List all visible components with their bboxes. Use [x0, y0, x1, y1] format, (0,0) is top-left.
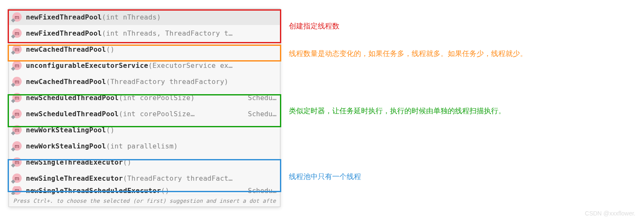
- completion-hint: Press Ctrl+. to choose the selected (or …: [9, 195, 280, 207]
- completion-item[interactable]: mnewFixedThreadPool(int nThreads): [9, 9, 280, 25]
- completion-params: (int parallelism): [106, 142, 178, 150]
- completion-params: (): [123, 158, 131, 166]
- completion-method-name: newWorkStealingPool: [26, 142, 106, 150]
- method-icon: m: [12, 77, 22, 86]
- method-icon: m: [12, 141, 22, 151]
- completion-method-name: newSingleThreadExecutor: [26, 158, 123, 166]
- method-icon: m: [12, 93, 22, 102]
- completion-method-name: newFixedThreadPool: [26, 13, 102, 21]
- completion-params: (): [106, 126, 115, 134]
- completion-item[interactable]: mnewWorkStealingPool(): [9, 122, 280, 138]
- method-icon: m: [12, 12, 22, 22]
- completion-method-name: newFixedThreadPool: [26, 29, 102, 37]
- completion-return-type: Schedu…: [240, 110, 277, 118]
- code-completion-popup[interactable]: mnewFixedThreadPool(int nThreads)mnewFix…: [8, 8, 280, 207]
- completion-method-name: unconfigurableExecutorService: [26, 62, 148, 70]
- completion-item[interactable]: mnewCachedThreadPool(ThreadFactory threa…: [9, 73, 280, 90]
- completion-method-name: newWorkStealingPool: [26, 126, 106, 134]
- method-icon: m: [12, 125, 22, 134]
- completion-params: (int corePoolSize): [119, 94, 195, 102]
- annotation-orange: 线程数量是动态变化的，如果任务多，线程就多。如果任务少，线程就少。: [289, 49, 527, 59]
- completion-params: (int nThreads): [102, 13, 161, 21]
- completion-item[interactable]: mnewScheduledThreadPool(int corePoolSize…: [9, 90, 280, 106]
- annotation-green: 类似定时器，让任务延时执行，执行的时候由单独的线程扫描执行。: [289, 106, 506, 116]
- completion-return-type: Schedu…: [240, 187, 277, 195]
- completion-method-name: newCachedThreadPool: [26, 45, 106, 53]
- completion-item[interactable]: mnewSingleThreadScheduledExecutor()Sched…: [9, 186, 280, 195]
- method-icon: m: [12, 61, 22, 70]
- completion-item[interactable]: mnewFixedThreadPool(int nThreads, Thread…: [9, 25, 280, 41]
- completion-method-name: newSingleThreadExecutor: [26, 174, 123, 182]
- completion-method-name: newScheduledThreadPool: [26, 94, 119, 102]
- completion-method-name: newSingleThreadScheduledExecutor: [26, 187, 161, 195]
- completion-item[interactable]: mnewSingleThreadExecutor(ThreadFactory t…: [9, 170, 280, 186]
- completion-item[interactable]: munconfigurableExecutorService(ExecutorS…: [9, 57, 280, 73]
- watermark: CSDN @xxxflower.: [585, 210, 636, 217]
- completion-item[interactable]: mnewCachedThreadPool(): [9, 41, 280, 57]
- completion-params: (ExecutorService ex…: [148, 62, 233, 70]
- completion-params: (ThreadFactory threadFact…: [123, 174, 232, 182]
- completion-item[interactable]: mnewScheduledThreadPool(int corePoolSize…: [9, 106, 280, 122]
- completion-item[interactable]: mnewSingleThreadExecutor(): [9, 154, 280, 170]
- method-icon: m: [12, 173, 22, 183]
- method-icon: m: [12, 45, 22, 54]
- completion-params: (): [161, 187, 169, 195]
- annotation-red: 创建指定线程数: [289, 21, 339, 31]
- completion-params: (): [106, 45, 115, 53]
- completion-method-name: newCachedThreadPool: [26, 78, 106, 86]
- completion-method-name: newScheduledThreadPool: [26, 110, 119, 118]
- method-icon: m: [12, 109, 22, 118]
- completion-params: (int nThreads, ThreadFactory t…: [102, 29, 233, 37]
- annotation-blue: 线程池中只有一个线程: [289, 172, 361, 182]
- method-icon: m: [12, 28, 22, 38]
- method-icon: m: [12, 157, 22, 167]
- completion-return-type: Schedu…: [240, 94, 277, 102]
- completion-params: (ThreadFactory threadFactory): [106, 78, 229, 86]
- completion-params: (int corePoolSize…: [119, 110, 195, 118]
- completion-item[interactable]: mnewWorkStealingPool(int parallelism): [9, 138, 280, 154]
- method-icon: m: [12, 186, 22, 195]
